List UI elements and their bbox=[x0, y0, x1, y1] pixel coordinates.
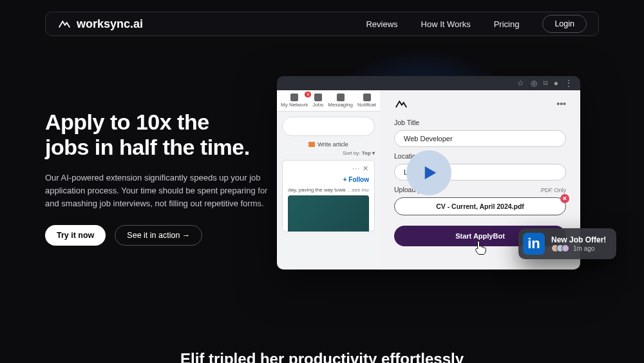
logo-mark-icon bbox=[57, 17, 71, 31]
play-icon bbox=[419, 163, 439, 182]
remove-cv-icon[interactable]: ✕ bbox=[560, 194, 569, 203]
job-title-input[interactable]: Web Developer bbox=[394, 130, 566, 147]
brand-name: worksync.ai bbox=[77, 17, 143, 31]
job-title-label: Job Title bbox=[394, 119, 566, 126]
brand-logo[interactable]: worksync.ai bbox=[57, 17, 143, 31]
notification-avatars bbox=[551, 244, 569, 252]
feed-nav-notif: Notificat bbox=[357, 93, 376, 108]
feed-post-image bbox=[288, 195, 369, 231]
feed-post: ··· ✕ + Follow day, paving the way towa … bbox=[282, 160, 375, 232]
job-offer-notification[interactable]: in New Job Offer! 1m ago bbox=[518, 228, 616, 259]
feed-nav-network: 9My Network bbox=[281, 93, 308, 108]
write-article-icon bbox=[308, 142, 315, 147]
linkedin-icon: in bbox=[523, 233, 545, 255]
feed-sort: Sort by: Top ▾ bbox=[277, 150, 380, 156]
chrome-puzzle-icon: ⌑ bbox=[544, 79, 547, 88]
notification-title: New Job Offer! bbox=[551, 235, 606, 244]
chrome-kebab-icon: ⋮ bbox=[565, 79, 573, 88]
pdf-hint: .PDF Only bbox=[539, 187, 566, 193]
extension-kebab-icon[interactable]: ••• bbox=[556, 99, 566, 109]
feed-follow: + Follow bbox=[288, 176, 369, 183]
feed-post-box bbox=[282, 117, 375, 136]
chrome-star-icon: ☆ bbox=[517, 79, 524, 88]
browser-chrome-bar: ☆ ◎ ⌑ ● ⋮ bbox=[277, 76, 580, 90]
feed-nav: 9My Network Jobs Messaging Notificat bbox=[277, 90, 380, 112]
linkedin-feed-bg: 9My Network Jobs Messaging Notificat Wri… bbox=[277, 90, 380, 270]
feed-nav-msg: Messaging bbox=[328, 93, 353, 108]
hero-subtext: Our AI-powered extension significantly s… bbox=[45, 172, 270, 210]
feed-nav-jobs: Jobs bbox=[312, 93, 323, 108]
play-video-button[interactable] bbox=[406, 150, 451, 195]
feed-post-menu: ··· ✕ bbox=[352, 164, 369, 173]
cta-try-button[interactable]: Try it now bbox=[45, 225, 106, 246]
notification-time: 1m ago bbox=[573, 245, 594, 252]
cv-upload-chip[interactable]: CV - Current, April 2024.pdf ✕ bbox=[394, 197, 566, 215]
chrome-ext-icon: ◎ bbox=[531, 79, 537, 88]
cta-see-action-button[interactable]: See it in action → bbox=[115, 225, 202, 246]
extension-logo-icon bbox=[394, 97, 408, 111]
testimonial-teaser: Elif tripled her productivity effortless… bbox=[0, 350, 644, 363]
cursor-hand-icon bbox=[474, 240, 487, 257]
feed-write-article: Write article bbox=[282, 141, 375, 148]
chrome-account-icon: ● bbox=[554, 79, 558, 88]
